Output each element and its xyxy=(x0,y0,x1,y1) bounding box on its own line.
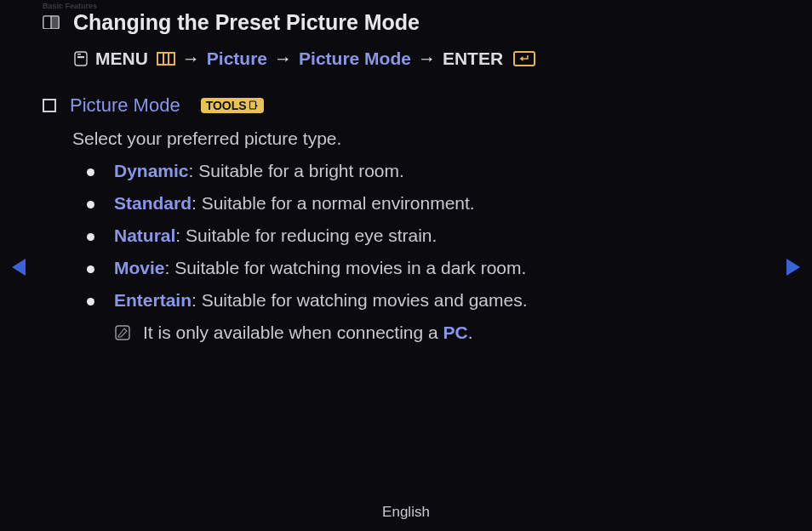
triangle-right-icon xyxy=(786,259,800,276)
arrow-icon: → xyxy=(274,49,292,69)
section-title: Picture Mode xyxy=(70,94,180,117)
nav-menu-label: MENU xyxy=(95,49,148,69)
option-list: Dynamic: Suitable for a bright room. Sta… xyxy=(87,161,769,311)
option-desc: : Suitable for a bright room. xyxy=(189,161,404,180)
tools-icon xyxy=(249,100,259,111)
option-name: Standard xyxy=(114,193,192,213)
arrow-icon: → xyxy=(418,49,436,69)
note-text: It is only available when connecting a P… xyxy=(143,323,473,343)
header-label: Basic Features xyxy=(43,2,97,10)
section-description: Select your preferred picture type. xyxy=(72,128,769,149)
title-row: Changing the Preset Picture Mode xyxy=(43,10,769,35)
list-item: Movie: Suitable for watching movies in a… xyxy=(87,258,769,278)
nav-picture: Picture xyxy=(207,49,267,69)
option-desc: : Suitable for a normal environment. xyxy=(192,193,475,213)
tools-label: TOOLS xyxy=(206,99,247,112)
option-desc: : Suitable for watching movies in a dark… xyxy=(165,258,527,277)
note-row: It is only available when connecting a P… xyxy=(114,323,769,343)
svg-rect-4 xyxy=(77,56,84,58)
svg-rect-5 xyxy=(77,54,81,55)
note-prefix: It is only available when connecting a xyxy=(143,323,443,342)
note-suffix: . xyxy=(468,323,473,342)
option-name: Entertain xyxy=(114,290,192,310)
bullet-square-icon xyxy=(43,99,56,112)
list-item: Standard: Suitable for a normal environm… xyxy=(87,193,769,214)
remote-icon xyxy=(73,51,89,66)
footer-language: English xyxy=(0,504,812,521)
note-link: PC xyxy=(443,323,468,342)
list-item: Entertain: Suitable for watching movies … xyxy=(87,290,769,311)
svg-rect-7 xyxy=(116,326,129,340)
svg-rect-6 xyxy=(249,101,255,109)
list-item: Natural: Suitable for reducing eye strai… xyxy=(87,226,769,246)
tools-badge: TOOLS xyxy=(201,98,264,113)
svg-rect-2 xyxy=(51,15,59,28)
option-name: Movie xyxy=(114,258,165,277)
section-header: Picture Mode TOOLS xyxy=(43,94,769,117)
menu-grid-icon xyxy=(157,52,175,66)
prev-page-button[interactable] xyxy=(12,259,26,276)
nav-enter-label: ENTER xyxy=(443,49,503,69)
page-content: Changing the Preset Picture Mode MENU → … xyxy=(0,0,812,343)
nav-picture-mode: Picture Mode xyxy=(299,49,411,69)
option-name: Dynamic xyxy=(114,161,189,180)
nav-path: MENU → Picture → Picture Mode → ENTER xyxy=(73,49,769,69)
option-name: Natural xyxy=(114,226,175,245)
next-page-button[interactable] xyxy=(786,259,800,276)
arrow-icon: → xyxy=(182,49,200,69)
triangle-left-icon xyxy=(12,259,26,276)
option-desc: : Suitable for reducing eye strain. xyxy=(175,226,437,245)
note-icon xyxy=(114,324,131,341)
list-item: Dynamic: Suitable for a bright room. xyxy=(87,161,769,181)
option-desc: : Suitable for watching movies and games… xyxy=(192,290,528,310)
page-title: Changing the Preset Picture Mode xyxy=(73,10,420,35)
book-icon xyxy=(43,15,60,31)
enter-icon xyxy=(513,51,535,66)
